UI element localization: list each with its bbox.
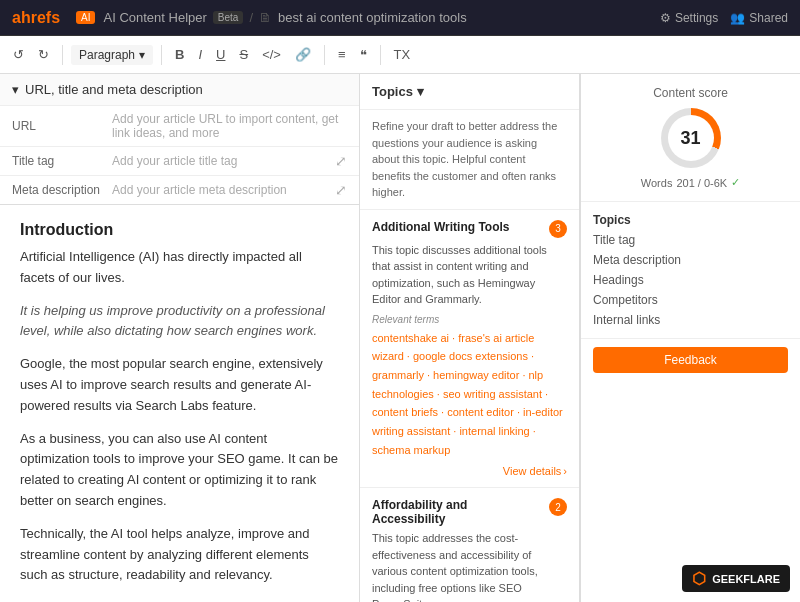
topic-card-1-badge: 3 <box>549 220 567 238</box>
url-input[interactable]: Add your article URL to import content, … <box>112 112 347 140</box>
words-label: Words <box>641 177 673 189</box>
url-fields: URL Add your article URL to import conte… <box>0 105 359 204</box>
topic-card-1-terms: contentshake ai · frase's ai article wiz… <box>372 329 567 460</box>
right-panel: Content score 31 Words 201 / 0-6K ✓ Topi… <box>580 74 800 602</box>
top-bar-title: AI Content Helper Beta / 🗎 best ai conte… <box>103 10 651 25</box>
top-bar: ahrefs AI AI Content Helper Beta / 🗎 bes… <box>0 0 800 36</box>
url-section-header[interactable]: ▾ URL, title and meta description <box>0 74 359 105</box>
meta-input[interactable]: Add your article meta description <box>112 183 325 197</box>
quote-button[interactable]: ❝ <box>355 44 372 65</box>
url-label: URL <box>12 119 102 133</box>
score-section: Content score 31 Words 201 / 0-6K ✓ <box>581 74 800 202</box>
editor-para-3: Google, the most popular search engine, … <box>20 354 339 416</box>
url-section-label: URL, title and meta description <box>25 82 203 97</box>
right-nav-title-tag[interactable]: Title tag <box>593 230 788 250</box>
editor-para-2: It is helping us improve productivity on… <box>20 301 339 343</box>
top-bar-separator: / <box>249 10 253 25</box>
topic-card-1-desc: This topic discusses additional tools th… <box>372 242 567 308</box>
chevron-down-icon: ▾ <box>417 84 424 99</box>
url-field-row-title: Title tag Add your article title tag ⤢ <box>0 146 359 175</box>
topics-panel: Topics ▾ Refine your draft to better add… <box>360 74 580 602</box>
ai-badge: AI <box>76 11 95 24</box>
topic-card-1-title: Additional Writing Tools <box>372 220 543 234</box>
main-layout: ▾ URL, title and meta description URL Ad… <box>0 74 800 602</box>
top-bar-separator2: 🗎 <box>259 10 272 25</box>
geekflare-label: GEEKFLARE <box>712 573 780 585</box>
words-line: Words 201 / 0-6K ✓ <box>593 176 788 189</box>
shared-button[interactable]: 👥 Shared <box>730 11 788 25</box>
align-button[interactable]: ≡ <box>333 44 351 65</box>
shared-label: Shared <box>749 11 788 25</box>
url-section: ▾ URL, title and meta description URL Ad… <box>0 74 359 205</box>
undo-button[interactable]: ↺ <box>8 44 29 65</box>
topic-card-1-header: Additional Writing Tools 3 <box>372 220 567 238</box>
share-icon: 👥 <box>730 11 745 25</box>
url-field-row-meta: Meta description Add your article meta d… <box>0 175 359 204</box>
link-button[interactable]: 🔗 <box>290 44 316 65</box>
more-button[interactable]: TX <box>389 44 416 65</box>
topic-card-2-title: Affordability and Accessibility <box>372 498 543 526</box>
toolbar-sep-4 <box>380 45 381 65</box>
toolbar-sep-3 <box>324 45 325 65</box>
words-value: 201 / 0-6K <box>676 177 727 189</box>
settings-label: Settings <box>675 11 718 25</box>
feedback-button[interactable]: Feedback <box>593 347 788 373</box>
toolbar-sep-1 <box>62 45 63 65</box>
right-nav-meta-description[interactable]: Meta description <box>593 250 788 270</box>
meta-label: Meta description <box>12 183 102 197</box>
editor-para-1: Artificial Intelligence (AI) has directl… <box>20 247 339 289</box>
italic-button[interactable]: I <box>193 44 207 65</box>
topic-card-1-view-details[interactable]: View details › <box>372 465 567 477</box>
editor-para-4: As a business, you can also use AI conte… <box>20 429 339 512</box>
check-icon: ✓ <box>731 176 740 189</box>
url-field-row-url: URL Add your article URL to import conte… <box>0 105 359 146</box>
topic-card-2-badge: 2 <box>549 498 567 516</box>
top-bar-actions: ⚙ Settings 👥 Shared <box>660 11 788 25</box>
score-circle-wrapper: 31 <box>593 108 788 168</box>
paragraph-dropdown[interactable]: Paragraph ▾ <box>71 45 153 65</box>
score-value: 31 <box>668 115 714 161</box>
geekflare-badge: ⬡ GEEKFLARE <box>682 565 790 592</box>
beta-badge: Beta <box>213 11 244 24</box>
editor-para-5: Technically, the AI tool helps analyze, … <box>20 524 339 586</box>
ai-content-helper-label: AI Content Helper <box>103 10 206 25</box>
topics-description: Refine your draft to better address the … <box>360 110 579 210</box>
score-title: Content score <box>593 86 788 100</box>
right-nav-headings[interactable]: Headings <box>593 270 788 290</box>
topic-card-2: Affordability and Accessibility 2 This t… <box>360 488 579 602</box>
ahrefs-logo: ahrefs <box>12 9 60 27</box>
right-nav-internal-links[interactable]: Internal links <box>593 310 788 330</box>
right-nav-topics[interactable]: Topics <box>593 210 788 230</box>
score-circle: 31 <box>661 108 721 168</box>
editor-heading: Introduction <box>20 221 339 239</box>
topic-card-1-relevant-label: Relevant terms <box>372 314 567 325</box>
meta-expand-icon[interactable]: ⤢ <box>335 182 347 198</box>
title-expand-icon[interactable]: ⤢ <box>335 153 347 169</box>
code-button[interactable]: </> <box>257 44 286 65</box>
bold-button[interactable]: B <box>170 44 189 65</box>
editor-panel: ▾ URL, title and meta description URL Ad… <box>0 74 360 602</box>
toolbar: ↺ ↻ Paragraph ▾ B I U S </> 🔗 ≡ ❝ TX <box>0 36 800 74</box>
topics-label: Topics <box>372 84 413 99</box>
chevron-right-icon: › <box>563 465 567 477</box>
chevron-down-icon: ▾ <box>139 48 145 62</box>
paragraph-label: Paragraph <box>79 48 135 62</box>
settings-button[interactable]: ⚙ Settings <box>660 11 718 25</box>
title-label: Title tag <box>12 154 102 168</box>
gear-icon: ⚙ <box>660 11 671 25</box>
right-nav-competitors[interactable]: Competitors <box>593 290 788 310</box>
geekflare-logo-icon: ⬡ <box>692 569 706 588</box>
topic-card-1: Additional Writing Tools 3 This topic di… <box>360 210 579 489</box>
editor-content[interactable]: Introduction Artificial Intelligence (AI… <box>0 205 359 602</box>
strikethrough-button[interactable]: S <box>234 44 253 65</box>
topic-card-2-desc: This topic addresses the cost-effectiven… <box>372 530 567 602</box>
doc-title: best ai content optimization tools <box>278 10 467 25</box>
topics-header[interactable]: Topics ▾ <box>360 74 579 110</box>
chevron-down-icon: ▾ <box>12 82 19 97</box>
editor-para-6: All of these make AI content optimizatio… <box>20 598 339 602</box>
underline-button[interactable]: U <box>211 44 230 65</box>
title-input[interactable]: Add your article title tag <box>112 154 325 168</box>
right-nav: Topics Title tag Meta description Headin… <box>581 202 800 339</box>
topic-card-2-header: Affordability and Accessibility 2 <box>372 498 567 526</box>
redo-button[interactable]: ↻ <box>33 44 54 65</box>
